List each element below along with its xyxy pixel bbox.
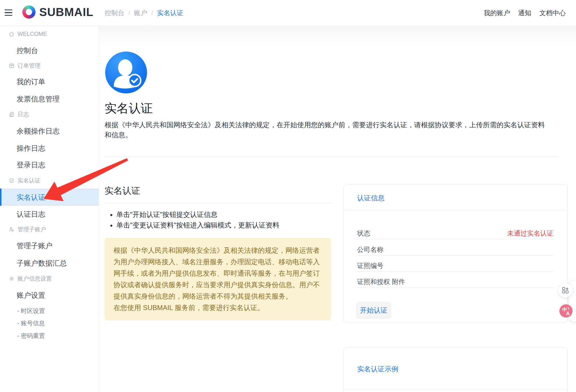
sidebar-item-manage-subaccounts[interactable]: 管理子账户 bbox=[0, 238, 99, 254]
page-title: 实名认证 bbox=[105, 101, 153, 115]
sidebar-item-invoice-management[interactable]: 发票信息管理 bbox=[0, 91, 99, 107]
auth-row-license-number: 证照编号 bbox=[357, 260, 553, 272]
auth-step-item: 单击"开始认证"按钮提交认证信息 bbox=[116, 209, 279, 220]
auth-step-item: 单击"变更认证资料"按钮进入编辑模式，更新认证资料 bbox=[116, 220, 279, 230]
sidebar-item-realname-auth[interactable]: 实名认证 bbox=[0, 189, 99, 206]
sidebar-subitem-password-reset[interactable]: - 密码重置 bbox=[0, 330, 99, 342]
sidebar-section-realname-auth: 实名认证 bbox=[0, 173, 99, 189]
sidebar-item-balance-log[interactable]: 余额操作日志 bbox=[0, 123, 99, 139]
auth-info-card-title: 认证信息 bbox=[357, 194, 385, 202]
auth-info-card: 认证信息 状态 未通过实名认证 公司名称 证照编号 证照和授权 附件 开始认证 bbox=[344, 184, 568, 323]
page-description: 根据《中华人民共和国网络安全法》及相关法律的规定，在开始使用您的账户前，需要进行… bbox=[105, 120, 549, 140]
auth-steps-list: 单击"开始认证"按钮提交认证信息 单击"变更认证资料"按钮进入编辑模式，更新认证… bbox=[107, 209, 279, 230]
section-divider bbox=[105, 156, 559, 156]
nav-my-account[interactable]: 我的账户 bbox=[484, 9, 510, 17]
card-divider bbox=[344, 389, 567, 390]
user-pen-icon bbox=[9, 226, 15, 232]
hamburger-menu-icon[interactable] bbox=[5, 9, 12, 16]
sidebar-item-login-log[interactable]: 登录日志 bbox=[0, 157, 99, 173]
submail-logo-icon bbox=[22, 5, 36, 19]
sidebar-section-orders: 订单管理 bbox=[0, 58, 99, 74]
auth-example-card-title: 实名认证示例 bbox=[357, 365, 398, 373]
breadcrumb-separator: / bbox=[128, 9, 130, 16]
translate-button[interactable]: 中 A bbox=[559, 304, 573, 317]
svg-text:A: A bbox=[566, 311, 570, 316]
home-icon bbox=[9, 31, 15, 37]
start-auth-button[interactable]: 开始认证 bbox=[356, 302, 391, 319]
breadcrumb-current[interactable]: 实名认证 bbox=[157, 9, 183, 17]
submail-logo-text: SUBMAIL bbox=[39, 6, 93, 19]
gear-icon bbox=[9, 276, 15, 282]
auth-section-divider bbox=[105, 203, 332, 203]
apps-shortcut-button[interactable] bbox=[558, 283, 573, 297]
realname-auth-avatar-icon bbox=[105, 52, 147, 93]
breadcrumb-account[interactable]: 账户 bbox=[134, 9, 147, 17]
status-badge: 未通过实名认证 bbox=[507, 229, 553, 238]
translate-icon: 中 A bbox=[559, 304, 573, 317]
auth-section-title: 实名认证 bbox=[105, 186, 140, 196]
auth-row-company-name: 公司名称 bbox=[357, 244, 553, 256]
sidebar-item-my-orders[interactable]: 我的订单 bbox=[0, 74, 99, 90]
submail-console-page: SUBMAIL 控制台 / 账户 / 实名认证 我的账户 通知 文档中心 WEL… bbox=[0, 0, 576, 392]
status-label: 状态 bbox=[357, 229, 370, 238]
sidebar-section-welcome: WELCOME bbox=[0, 26, 99, 42]
sidebar-item-auth-log[interactable]: 认证日志 bbox=[0, 206, 99, 222]
attachments-label: 证照和授权 附件 bbox=[357, 277, 405, 286]
sidebar-subitem-account-info[interactable]: - 账号信息 bbox=[0, 317, 99, 330]
breadcrumb-separator: / bbox=[151, 9, 153, 16]
auth-row-attachments: 证照和授权 附件 bbox=[357, 276, 553, 288]
nav-notifications[interactable]: 通知 bbox=[518, 9, 531, 17]
sidebar-item-console[interactable]: 控制台 bbox=[0, 42, 99, 58]
breadcrumb: 控制台 / 账户 / 实名认证 bbox=[105, 0, 183, 26]
sidebar: WELCOME 控制台 订单管理 我的订单 发票信息管理 日志 余额操作日志 操… bbox=[0, 26, 99, 392]
auth-example-card: 实名认证示例 bbox=[344, 347, 568, 392]
sidebar-section-logs: 日志 bbox=[0, 106, 99, 122]
content-top-gradient bbox=[99, 26, 576, 46]
logs-icon bbox=[9, 111, 15, 117]
sidebar-section-account-settings: 账户信息设置 bbox=[0, 271, 99, 287]
shield-check-icon bbox=[9, 178, 15, 184]
nav-doc-center[interactable]: 文档中心 bbox=[539, 9, 566, 17]
auth-row-status: 状态 未通过实名认证 bbox=[357, 228, 553, 239]
license-number-label: 证照编号 bbox=[357, 261, 383, 270]
legal-notice-box: 根据《中华人民共和国网络安全法》及相关法律的规定，网络运营者为用户办理网络接入、… bbox=[105, 238, 331, 320]
orders-icon bbox=[9, 63, 15, 69]
sidebar-item-operation-log[interactable]: 操作日志 bbox=[0, 140, 99, 156]
sidebar-subitem-timezone[interactable]: - 时区设置 bbox=[0, 305, 99, 317]
top-bar: SUBMAIL 控制台 / 账户 / 实名认证 我的账户 通知 文档中心 bbox=[0, 0, 576, 26]
submail-logo[interactable]: SUBMAIL bbox=[22, 5, 93, 19]
card-divider bbox=[344, 210, 567, 211]
legal-notice-para1: 根据《中华人民共和国网络安全法》及相关法律的规定，网络运营者为用户办理网络接入、… bbox=[113, 245, 322, 302]
company-name-label: 公司名称 bbox=[357, 245, 383, 254]
sidebar-item-subaccount-data[interactable]: 子账户数据汇总 bbox=[0, 255, 99, 271]
apps-plus-icon bbox=[562, 287, 569, 294]
sidebar-item-account-settings[interactable]: 账户设置 bbox=[0, 287, 99, 303]
sidebar-section-subaccounts: 管理子账户 bbox=[0, 221, 99, 237]
legal-notice-para2: 在您使用 SUBMAIL 服务前，需要进行实名认证。 bbox=[113, 302, 322, 313]
breadcrumb-console[interactable]: 控制台 bbox=[105, 9, 124, 17]
top-nav: 我的账户 通知 文档中心 bbox=[484, 0, 566, 26]
